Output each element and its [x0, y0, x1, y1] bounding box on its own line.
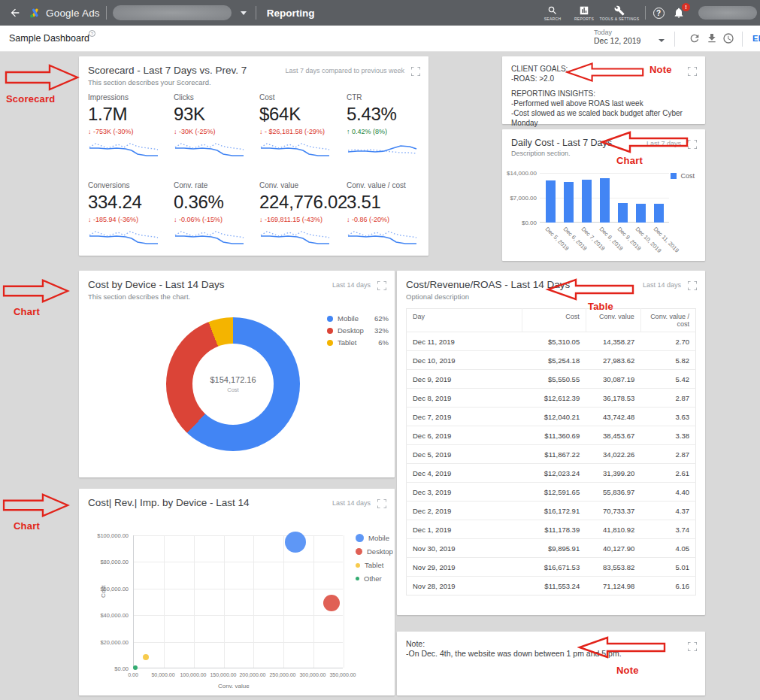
x-tick-label: 300,000.00 — [299, 672, 325, 677]
note-line — [511, 83, 705, 89]
expand-icon[interactable] — [377, 280, 386, 289]
table-row: Dec 6, 2019$11,360.6938,453.673.38 — [407, 426, 696, 445]
legend-dot — [356, 563, 360, 568]
column-header[interactable]: Conv. value / cost — [640, 309, 695, 332]
scorecard-description: This section describes your Scorecard. — [88, 78, 211, 86]
help-button[interactable]: ? — [652, 6, 665, 20]
donut-center-label: Cost — [227, 386, 238, 393]
table-cell: Nov 28, 2019 — [407, 577, 522, 595]
date-range-selector[interactable]: Today Dec 12, 2019 — [594, 29, 640, 45]
expand-icon[interactable] — [688, 65, 697, 74]
scorecard-metrics: Impressions1.7M↓ -753K (-30%)Clicks93K↓ … — [88, 93, 425, 250]
hgridline — [134, 642, 343, 643]
metric-delta: ↓ -30K (-25%) — [174, 128, 259, 135]
daily-cost-legend: Cost — [671, 172, 695, 180]
table-row: Dec 10, 2019$5,254.1827,983.625.82 — [407, 351, 696, 370]
table-cell: 2.87 — [640, 389, 695, 408]
metric-label: CTR — [347, 93, 425, 102]
table-cell: $16,671.53 — [522, 558, 586, 577]
metric-value: 334.24 — [88, 192, 174, 213]
scorecard-title: Scorecard - Last 7 Days vs. Prev. 7 — [88, 65, 247, 76]
table-cell: 70,733.37 — [586, 502, 640, 520]
scorecard-metric: Clicks93K↓ -30K (-25%) — [174, 93, 259, 162]
y-tick: $0.00 — [502, 220, 537, 226]
metric-value: 0.36% — [174, 192, 259, 213]
download-icon[interactable] — [706, 32, 718, 44]
table-cell: $12,040.21 — [522, 408, 586, 426]
vgridline — [283, 535, 284, 668]
title-help-icon[interactable]: ? — [89, 30, 95, 37]
metric-sparkline — [259, 141, 347, 162]
legend-label: Mobile — [368, 534, 393, 542]
notifications-button[interactable]: ! — [670, 4, 688, 22]
legend-dot — [356, 577, 359, 580]
vgridline — [224, 535, 225, 668]
legend-swatch-cost — [671, 173, 677, 179]
metric-delta: ↑ 0.42% (8%) — [347, 128, 425, 135]
expand-icon[interactable] — [688, 641, 697, 650]
chevron-down-icon[interactable] — [241, 11, 247, 15]
column-header[interactable]: Conv. value — [586, 309, 640, 332]
history-icon[interactable] — [722, 32, 734, 44]
scorecard-range-note: Last 7 days compared to previous week — [285, 67, 404, 74]
table-cell: 40,127.90 — [586, 539, 640, 558]
table-cell: 5.01 — [640, 558, 695, 577]
column-header[interactable]: Day — [407, 309, 522, 332]
scorecard-card: Scorecard - Last 7 Days vs. Prev. 7 This… — [79, 56, 428, 256]
table-cell: Dec 9, 2019 — [407, 370, 522, 389]
hgridline — [134, 562, 343, 562]
legend-dot — [327, 328, 333, 334]
bar-cost — [636, 204, 646, 223]
legend-label-cost: Cost — [680, 172, 695, 180]
account-selector-redacted[interactable] — [113, 5, 232, 20]
reporting-dashboard-page: Google Ads Reporting SEARCH REPORTS TOOL… — [0, 0, 760, 700]
metric-value: 1.7M — [88, 104, 174, 125]
reports-button[interactable]: REPORTS — [568, 0, 600, 26]
vgridline — [313, 535, 314, 668]
page-nav-title: Reporting — [267, 8, 315, 19]
y-tick-label: $20,000.00 — [80, 639, 129, 646]
table-cell: 4.40 — [640, 483, 695, 502]
table-cell: 3.74 — [640, 520, 695, 539]
divider — [106, 6, 107, 20]
table-cell: 5.82 — [640, 351, 695, 370]
metric-label: Conv. rate — [174, 181, 259, 189]
table-row: Dec 2, 2019$16,172.9170,733.374.37 — [407, 502, 696, 520]
reports-label: REPORTS — [574, 17, 594, 21]
divider — [645, 6, 646, 20]
y-tick-label: $80,000.00 — [80, 559, 129, 565]
table-cell: 27,983.62 — [586, 351, 640, 370]
legend-dot — [327, 316, 333, 322]
daily-cost-plot: Dec 5, 2019Dec 6, 2019Dec 7, 2019Dec 8, … — [540, 173, 669, 223]
metric-value: 5.43% — [347, 104, 425, 125]
table-row: Dec 3, 2019$12,591.6555,836.974.40 — [407, 483, 696, 502]
table-row: Dec 11, 2019$5,310.0514,358.272.70 — [407, 332, 696, 351]
table-row: Dec 1, 2019$11,178.3941,810.923.74 — [407, 520, 696, 539]
expand-icon[interactable] — [688, 280, 697, 289]
expand-icon[interactable] — [377, 498, 386, 507]
legend-item: Tablet — [356, 561, 393, 569]
user-account-redacted[interactable] — [698, 6, 757, 20]
expand-icon[interactable] — [688, 138, 697, 147]
annotation-label-table: Table — [588, 301, 613, 312]
scorecard-metric: Cost$64K↓ - $26,181.58 (-29%) — [259, 93, 347, 162]
chevron-down-icon[interactable] — [659, 39, 665, 42]
metric-sparkline — [259, 229, 347, 250]
table-cell: $12,591.65 — [522, 483, 586, 502]
edit-button[interactable]: EDIT — [752, 34, 760, 43]
date-range-value: Dec 12, 2019 — [594, 37, 640, 45]
search-button[interactable]: SEARCH — [537, 0, 568, 26]
google-ads-logo-icon — [29, 8, 41, 19]
annotation-label-note-top: Note — [649, 64, 672, 75]
vgridline — [194, 535, 195, 668]
column-header[interactable]: Cost — [522, 309, 586, 332]
expand-icon[interactable] — [411, 65, 420, 74]
back-icon[interactable] — [8, 5, 23, 20]
table-cell: $5,310.05 — [522, 332, 586, 351]
metric-delta: ↓ -753K (-30%) — [88, 128, 174, 135]
tools-settings-button[interactable]: TOOLS & SETTINGS — [600, 0, 639, 26]
note-line: -Cost slowed as we scaled back budget af… — [511, 108, 705, 128]
refresh-icon[interactable] — [689, 32, 701, 44]
bar-cost — [618, 203, 628, 223]
table-cell: $11,553.24 — [522, 577, 586, 595]
